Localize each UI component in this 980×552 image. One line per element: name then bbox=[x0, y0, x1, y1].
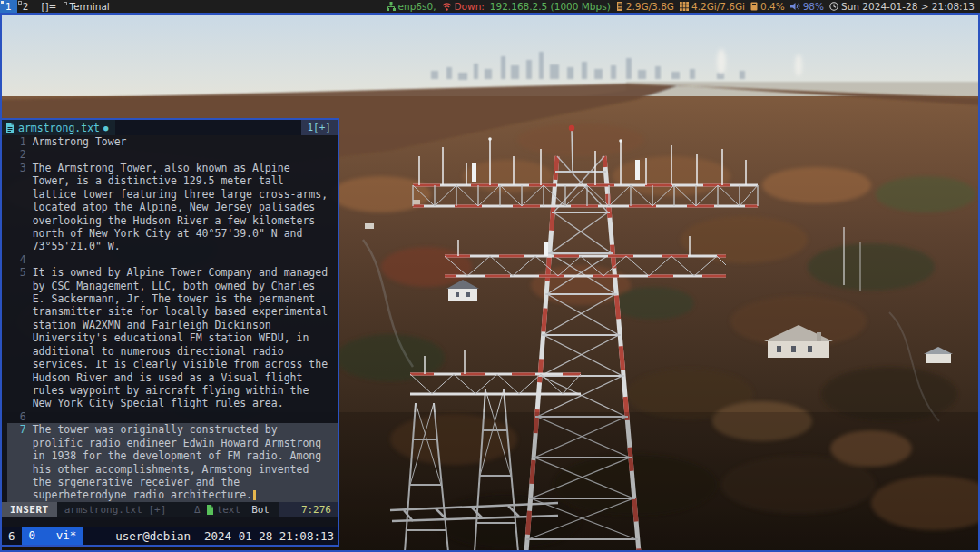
tag-client-indicator bbox=[1, 1, 4, 4]
vim-statusline: INSERT armstrong.txt [+] Δ text Bot 7:27… bbox=[2, 502, 338, 518]
window-title: Terminal bbox=[64, 1, 109, 12]
line-number bbox=[7, 371, 26, 384]
cpu-icon bbox=[750, 2, 758, 11]
clock-icon bbox=[829, 2, 838, 11]
buffer-row: by CSC Management, LLC, both owned by Ch… bbox=[7, 280, 338, 292]
line-number bbox=[7, 319, 26, 331]
buffer-row: 4 bbox=[7, 253, 338, 266]
buffer-row: New York City Special flight rules area. bbox=[7, 397, 338, 409]
line-text: transmitter site for locally based exper… bbox=[33, 305, 328, 318]
disk-grid-icon bbox=[680, 2, 689, 11]
buffer-row: 6 bbox=[7, 410, 338, 423]
buffer-row: located atop the Alpine, New Jersey pali… bbox=[7, 201, 338, 213]
session-number: 6 bbox=[2, 529, 22, 543]
network-detail: 192.168.2.5 (1000 Mbps) bbox=[490, 1, 611, 12]
title-indicator bbox=[64, 2, 67, 5]
mode-indicator: INSERT bbox=[2, 502, 57, 518]
line-number bbox=[7, 227, 26, 240]
line-text: E. Sackermann, Jr. The tower is the perm… bbox=[33, 292, 316, 305]
volume-segment: 98% bbox=[790, 1, 824, 12]
buffer-row: station WA2XMN and Fairleigh Dickinson bbox=[7, 319, 338, 331]
host-and-clock: user@debian 2024-01-28 21:08:13 bbox=[115, 529, 338, 543]
line-number: 5 bbox=[7, 266, 26, 279]
desktop: 1 2 []= Terminal enp6s0, Down: 192.168.2… bbox=[0, 0, 980, 552]
line-number: 4 bbox=[7, 253, 26, 266]
line-text: additional to numerous directional radio bbox=[33, 345, 284, 358]
line-number bbox=[7, 305, 26, 318]
line-text: his other accomplishments, Armstong inve… bbox=[33, 463, 309, 476]
filetype-label: text bbox=[217, 504, 241, 516]
buffer-row: superheterodyne radio architecture. bbox=[7, 488, 338, 501]
cpu-segment: 0.4% bbox=[750, 1, 785, 12]
buffer-row: Tower, is a distinctive 129.5 meter tall bbox=[7, 174, 338, 187]
buffer-row: 73°55'21.0" W. bbox=[7, 240, 338, 252]
filetype-icon bbox=[206, 505, 214, 515]
file-icon bbox=[5, 123, 15, 133]
line-number bbox=[7, 280, 26, 292]
tag-1-label: 1 bbox=[5, 1, 12, 12]
network-segment: enp6s0, bbox=[387, 1, 436, 12]
buffer-row: 2 bbox=[7, 148, 338, 161]
window-list[interactable]: 0 vi* bbox=[22, 527, 84, 545]
tag-client-indicator bbox=[18, 1, 22, 5]
line-text: services. It is clearly visible from acr… bbox=[33, 358, 328, 370]
line-text: New York City Special flight rules area. bbox=[33, 397, 284, 409]
line-text: lattice tower featuring three large cros… bbox=[33, 188, 328, 201]
line-number bbox=[7, 345, 26, 358]
line-number: 3 bbox=[7, 162, 26, 174]
line-number bbox=[7, 188, 26, 201]
tag-2[interactable]: 2 bbox=[17, 0, 34, 13]
line-text: by CSC Management, LLC, both owned by Ch… bbox=[33, 280, 316, 292]
buffer-row: Hudson River and is used as a Visual fli… bbox=[7, 371, 338, 384]
buffer-row: 3The Armstrong Tower, also known as Alpi… bbox=[7, 162, 338, 174]
line-text: located atop the Alpine, New Jersey pali… bbox=[33, 201, 316, 213]
filetype-segment: text bbox=[206, 504, 241, 516]
buffer-row: prolific radio endineer Edwin Howard Arm… bbox=[7, 437, 338, 449]
line-text: Hudson River and is used as a Visual fli… bbox=[33, 371, 303, 384]
buffer-row: the srgenerative receiver and the bbox=[7, 476, 338, 488]
line-text: the srgenerative receiver and the bbox=[33, 476, 240, 488]
tab-filename: armstrong.txt bbox=[18, 122, 100, 134]
line-text: in 1938 for the development of FM radio.… bbox=[33, 449, 322, 462]
vim-cmdline bbox=[2, 518, 338, 527]
speaker-icon bbox=[790, 2, 800, 11]
disk-segment: 4.2Gi/7.6Gi bbox=[680, 1, 745, 12]
tab-armstrong[interactable]: armstrong.txt ● bbox=[2, 120, 115, 135]
line-text: overlooking the Hudson River a few kilom… bbox=[33, 214, 316, 227]
buffer-row: 7The tower was originally constructed by bbox=[7, 423, 338, 436]
line-text: 73°55'21.0" W. bbox=[33, 240, 121, 252]
line-number: 1 bbox=[7, 135, 26, 148]
line-number bbox=[7, 331, 26, 344]
buffer-row: overlooking the Hudson River a few kilom… bbox=[7, 214, 338, 227]
line-number bbox=[7, 201, 26, 213]
line-number bbox=[7, 397, 26, 409]
line-number bbox=[7, 463, 26, 476]
ruler: 7:276 bbox=[279, 502, 338, 518]
line-number: 6 bbox=[7, 410, 26, 423]
line-number bbox=[7, 214, 26, 227]
tab-count: 1[+] bbox=[301, 120, 338, 135]
buffer-row: lattice tower featuring three large cros… bbox=[7, 188, 338, 201]
tag-1[interactable]: 1 bbox=[0, 0, 17, 13]
tag-2-label: 2 bbox=[23, 1, 29, 12]
buffer-row: transmitter site for locally based exper… bbox=[7, 305, 338, 318]
delta-icon: Δ bbox=[194, 504, 201, 516]
line-text: north of New York City at 40°57'39.0" N … bbox=[33, 227, 303, 240]
line-text: rules waypoint by aircraft flying within… bbox=[33, 384, 309, 397]
buffer-row: 1Armstrong Tower bbox=[7, 135, 338, 148]
line-text: station WA2XMN and Fairleigh Dickinson bbox=[33, 319, 271, 331]
line-text: prolific radio endineer Edwin Howard Arm… bbox=[33, 437, 322, 449]
line-number bbox=[7, 449, 26, 462]
network-state-segment: Down: bbox=[442, 1, 485, 12]
top-bar: 1 2 []= Terminal enp6s0, Down: 192.168.2… bbox=[0, 0, 980, 13]
line-number bbox=[7, 174, 26, 187]
line-number bbox=[7, 240, 26, 252]
line-number bbox=[7, 437, 26, 449]
vim-buffer[interactable]: 1Armstrong Tower23The Armstrong Tower, a… bbox=[2, 135, 338, 502]
network-icon bbox=[387, 2, 396, 11]
layout-symbol[interactable]: []= bbox=[34, 1, 64, 12]
buffer-row: 5It is owned by Alpine Tower Company and… bbox=[7, 266, 338, 279]
line-number bbox=[7, 476, 26, 488]
line-text: It is owned by Alpine Tower Company and … bbox=[33, 266, 328, 279]
buffer-row: additional to numerous directional radio bbox=[7, 345, 338, 358]
